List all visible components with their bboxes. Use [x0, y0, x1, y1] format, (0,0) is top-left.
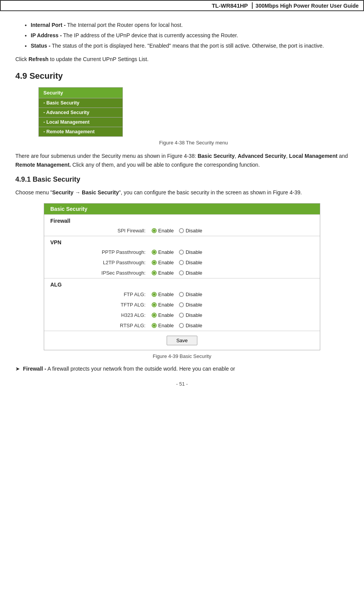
l2tp-enable-radio[interactable] [152, 260, 157, 265]
pptp-enable-option[interactable]: Enable [152, 249, 174, 255]
l2tp-radio-group[interactable]: Enable Disable [152, 260, 202, 265]
spi-firewall-radio-group[interactable]: Enable Disable [152, 228, 202, 234]
bs-h323-row: H323 ALG: Enable Disable [44, 310, 320, 320]
refresh-bold: Refresh [28, 56, 48, 62]
h323-disable-label: Disable [185, 312, 202, 318]
ip-address-text: The IP address of the UPnP device that i… [63, 32, 238, 38]
bullet-list: Internal Port - The Internal port the Ro… [31, 21, 349, 50]
bs-ftp-row: FTP ALG: Enable Disable [44, 289, 320, 300]
main-content: Internal Port - The Internal port the Ro… [0, 17, 364, 402]
bs-rtsp-row: RTSP ALG: Enable Disable [44, 320, 320, 331]
basic-security-bold: Basic Security [198, 153, 235, 159]
ipsec-disable-label: Disable [185, 270, 202, 276]
ftp-disable-option[interactable]: Disable [179, 292, 202, 297]
rtsp-alg-radio-group[interactable]: Enable Disable [152, 323, 202, 328]
ipsec-disable-option[interactable]: Disable [179, 270, 202, 276]
tftp-alg-label: TFTP ALG: [90, 302, 152, 308]
h323-alg-label: H323 ALG: [90, 312, 152, 318]
status-term: Status - [31, 43, 50, 49]
status-text: The status of the port is displayed here… [52, 43, 324, 49]
ftp-enable-label: Enable [158, 292, 174, 297]
tftp-enable-option[interactable]: Enable [152, 302, 174, 308]
bs-firewall-label: Firewall [44, 215, 320, 225]
ipsec-enable-label: Enable [158, 270, 174, 276]
bs-l2tp-row: L2TP Passthrough: Enable Disable [44, 257, 320, 268]
ftp-enable-radio[interactable] [152, 292, 157, 297]
h323-alg-radio-group[interactable]: Enable Disable [152, 312, 202, 318]
basic-security-figure: Basic Security Firewall SPI Firewall: En… [44, 203, 320, 350]
l2tp-label: L2TP Passthrough: [90, 260, 152, 265]
refresh-line: Click Refresh to update the Current UPnP… [15, 55, 349, 63]
tftp-alg-radio-group[interactable]: Enable Disable [152, 302, 202, 308]
security-arrow-label: Security → Basic Security [52, 189, 119, 195]
tftp-enable-radio[interactable] [152, 302, 157, 307]
header-model: TL-WR841HP [212, 2, 252, 9]
rtsp-enable-option[interactable]: Enable [152, 323, 174, 328]
security-menu-item-advanced: - Advanced Security [39, 108, 122, 117]
l2tp-disable-option[interactable]: Disable [179, 260, 202, 265]
firewall-paragraph: ➤ Firewall - A firewall protects your ne… [15, 364, 349, 373]
bs-vpn-section: VPN PPTP Passthrough: Enable Disable [44, 236, 320, 278]
bs-pptp-row: PPTP Passthrough: Enable Disable [44, 247, 320, 257]
rtsp-enable-label: Enable [158, 323, 174, 328]
spi-firewall-label: SPI Firewall: [90, 228, 152, 234]
rtsp-disable-radio[interactable] [179, 323, 184, 328]
pptp-disable-option[interactable]: Disable [179, 249, 202, 255]
local-mgmt-bold: Local Management [289, 153, 338, 159]
l2tp-disable-label: Disable [185, 260, 202, 265]
pptp-label: PPTP Passthrough: [90, 249, 152, 255]
rtsp-disable-option[interactable]: Disable [179, 323, 202, 328]
spi-enable-option[interactable]: Enable [152, 228, 174, 234]
header-title: 300Mbps High Power Router User Guide [256, 3, 359, 9]
rtsp-enable-radio[interactable] [152, 323, 157, 328]
bs-spi-row: SPI Firewall: Enable Disable [44, 225, 320, 236]
ftp-enable-option[interactable]: Enable [152, 292, 174, 297]
bs-figure-header: Basic Security [44, 204, 320, 214]
firewall-text: A firewall protects your network from th… [46, 366, 235, 372]
section-49-paragraph: There are four submenus under the Securi… [15, 152, 349, 169]
internal-port-term: Internal Port - [31, 22, 66, 28]
firewall-term: Firewall - [23, 366, 46, 372]
advanced-security-bold: Advanced Security [238, 153, 286, 159]
page-footer: - 51 - [15, 381, 349, 391]
ftp-disable-radio[interactable] [179, 292, 184, 297]
tftp-disable-option[interactable]: Disable [179, 302, 202, 308]
ipsec-enable-radio[interactable] [152, 270, 157, 275]
spi-disable-option[interactable]: Disable [179, 228, 202, 234]
h323-enable-label: Enable [158, 312, 174, 318]
pptp-enable-label: Enable [158, 249, 174, 255]
bs-alg-label: ALG [44, 278, 320, 289]
tftp-disable-radio[interactable] [179, 302, 184, 307]
pptp-enable-radio[interactable] [152, 250, 157, 255]
ipsec-radio-group[interactable]: Enable Disable [152, 270, 202, 276]
bs-vpn-label: VPN [44, 236, 320, 247]
spi-disable-radio[interactable] [179, 228, 184, 233]
security-menu-header: Security [39, 88, 122, 98]
security-menu-item-remote: - Remote Management [39, 127, 122, 136]
bs-alg-section: ALG FTP ALG: Enable Disable [44, 278, 320, 331]
h323-enable-radio[interactable] [152, 313, 157, 318]
h323-disable-radio[interactable] [179, 313, 184, 318]
l2tp-disable-radio[interactable] [179, 260, 184, 265]
spi-enable-radio[interactable] [152, 228, 157, 233]
l2tp-enable-label: Enable [158, 260, 174, 265]
pptp-disable-radio[interactable] [179, 250, 184, 255]
page-number: - 51 - [176, 381, 188, 387]
ipsec-disable-radio[interactable] [179, 270, 184, 275]
h323-enable-option[interactable]: Enable [152, 312, 174, 318]
pptp-radio-group[interactable]: Enable Disable [152, 249, 202, 255]
ftp-alg-label: FTP ALG: [90, 292, 152, 297]
remote-mgmt-bold: Remote Management. [15, 162, 71, 168]
pptp-disable-label: Disable [185, 249, 202, 255]
ftp-alg-radio-group[interactable]: Enable Disable [152, 292, 202, 297]
list-item-status: Status - The status of the port is displ… [31, 42, 349, 50]
bs-save-row: Save [44, 331, 320, 350]
save-button[interactable]: Save [167, 336, 197, 345]
l2tp-enable-option[interactable]: Enable [152, 260, 174, 265]
ipsec-enable-option[interactable]: Enable [152, 270, 174, 276]
ftp-disable-label: Disable [185, 292, 202, 297]
h323-disable-option[interactable]: Disable [179, 312, 202, 318]
bs-tftp-row: TFTP ALG: Enable Disable [44, 300, 320, 310]
bs-ipsec-row: IPSec Passthrough: Enable Disable [44, 268, 320, 278]
section-491-heading: 4.9.1 Basic Security [15, 176, 349, 184]
